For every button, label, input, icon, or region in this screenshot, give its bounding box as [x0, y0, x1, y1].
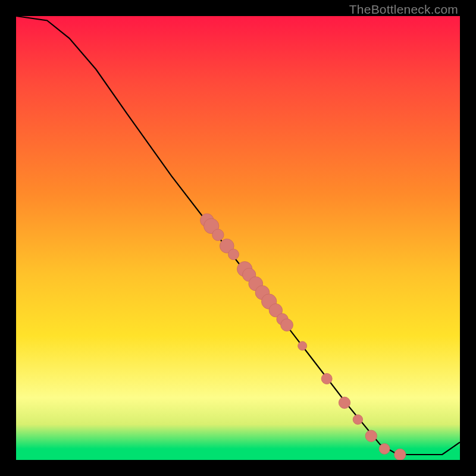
scatter-point: [353, 415, 362, 424]
scatter-point: [394, 449, 406, 460]
scatter-point: [365, 430, 377, 441]
scatter-point: [298, 342, 307, 350]
scatter-point: [339, 397, 350, 408]
scatter-point: [281, 319, 293, 331]
chart-plot-area: [16, 16, 460, 460]
scatter-points-group: [201, 214, 406, 460]
bottleneck-curve: [16, 16, 460, 455]
scatter-point: [228, 249, 239, 260]
scatter-point: [379, 443, 390, 454]
scatter-point: [212, 229, 224, 240]
chart-overlay-svg: [16, 16, 460, 460]
scatter-point: [321, 374, 332, 384]
watermark-text: TheBottleneck.com: [349, 2, 458, 17]
